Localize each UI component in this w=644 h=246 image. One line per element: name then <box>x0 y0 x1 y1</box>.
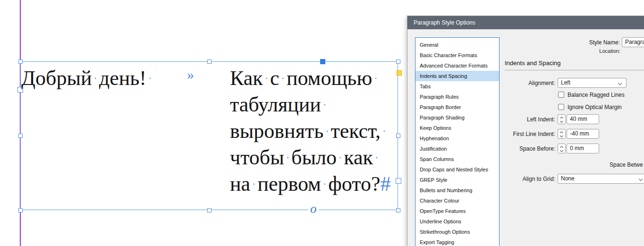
align-to-grid-dropdown[interactable]: None <box>558 174 644 184</box>
space-before-input[interactable]: 0 mm <box>567 144 599 153</box>
left-indent-stepper[interactable] <box>558 114 566 124</box>
section-separator <box>505 70 644 70</box>
sidebar-item-advanced-character-formats[interactable]: Advanced Character Formats <box>415 60 499 71</box>
doc-word: первом <box>257 172 321 195</box>
stepper-down-icon[interactable] <box>560 149 563 152</box>
doc-word: помощью <box>287 67 372 90</box>
stepper-down-icon[interactable] <box>560 119 563 123</box>
first-line-indent-input[interactable]: -40 mm <box>567 129 599 139</box>
doc-word: чтобы <box>230 146 284 169</box>
chevron-down-icon <box>639 177 643 181</box>
text-frame-out-port[interactable] <box>396 178 401 184</box>
hidden-space-dot: · <box>286 152 289 163</box>
space-between-label: Space Betwe <box>610 161 643 169</box>
hidden-space-dot: · <box>382 125 386 137</box>
location-label: Location: <box>563 47 620 55</box>
doc-line-2[interactable]: табуляции· <box>230 92 328 118</box>
stepper-down-icon[interactable] <box>560 134 563 137</box>
doc-word: текст, <box>331 119 381 143</box>
sidebar-item-paragraph-border[interactable]: Paragraph Border <box>415 102 499 112</box>
bottom-edge-o-marker: o <box>308 202 319 216</box>
frame-handle-bottom-middle[interactable] <box>207 208 212 212</box>
sidebar-item-export-tagging[interactable]: Export Tagging <box>415 237 499 246</box>
doc-line-5[interactable]: на·первом·фото?# <box>230 171 390 197</box>
sidebar-item-character-colour[interactable]: Character Colour <box>415 195 499 206</box>
doc-word: на <box>230 172 250 195</box>
doc-word: выровнять <box>230 119 323 143</box>
hidden-space-dot: · <box>339 152 342 163</box>
sidebar-item-underline-options[interactable]: Underline Options <box>415 216 499 227</box>
alignment-label: Alignment: <box>464 79 555 87</box>
sidebar-item-opentype-features[interactable]: OpenType Features <box>415 206 499 216</box>
hidden-space-dot: · <box>375 152 378 163</box>
sidebar-item-basic-character-formats[interactable]: Basic Character Formats <box>415 50 499 60</box>
hidden-space-dot: · <box>281 72 285 84</box>
align-to-grid-value: None <box>561 175 575 182</box>
frame-handle-middle-left[interactable] <box>18 134 23 138</box>
hidden-space-dot: · <box>252 178 255 190</box>
doc-line-3[interactable]: выровнять·текст,· <box>230 118 388 144</box>
space-before-label: Space Before: <box>464 145 555 153</box>
space-before-stepper[interactable] <box>558 144 566 153</box>
sidebar-item-drop-caps-and-nested-styles[interactable]: Drop Caps and Nested Styles <box>415 164 499 175</box>
doc-word: табуляции <box>230 93 321 116</box>
ignore-optical-margin-label: Ignore Optical Margin <box>568 103 622 111</box>
dialog-titlebar[interactable]: Paragraph Style Options <box>407 16 644 29</box>
chevron-down-icon <box>618 81 622 85</box>
left-indent-label: Left Indent: <box>464 116 555 123</box>
sidebar-item-span-columns[interactable]: Span Columns <box>415 154 499 164</box>
left-indent-input[interactable]: 40 mm <box>567 114 599 124</box>
doc-word: с <box>270 67 280 90</box>
style-name-label: Style Name: <box>525 39 620 46</box>
doc-word: было <box>291 146 337 169</box>
sidebar-item-general[interactable]: General <box>415 40 499 50</box>
doc-line-1[interactable]: Как·с·помощью· <box>230 65 380 92</box>
frame-handle-bottom-right[interactable] <box>396 208 400 212</box>
doc-word: фото? <box>328 172 380 195</box>
dialog-title: Paragraph Style Options <box>414 19 475 26</box>
hidden-space-dot: · <box>325 125 329 137</box>
frame-handle-top-middle[interactable] <box>207 59 212 64</box>
sidebar-item-bullets-and-numbering[interactable]: Bullets and Numbering <box>415 185 499 195</box>
end-of-story-marker: # <box>380 172 390 195</box>
indesign-workspace: Добрый·день!· » Как·с·помощью·табуляции·… <box>0 0 644 246</box>
sidebar-item-paragraph-rules[interactable]: Paragraph Rules <box>415 92 499 102</box>
alignment-value: Left <box>561 79 570 86</box>
tab-hidden-character: » <box>187 67 194 83</box>
alignment-dropdown[interactable]: Left <box>558 78 627 88</box>
frame-handle-top-left[interactable] <box>18 59 23 64</box>
frame-handle-top-right[interactable] <box>396 59 400 64</box>
live-corner-widget[interactable] <box>397 70 402 76</box>
frame-handle-bottom-left[interactable] <box>18 208 23 212</box>
hidden-space-dot: · <box>94 72 97 84</box>
hidden-space-dot: · <box>323 178 326 190</box>
balance-ragged-lines-checkbox[interactable] <box>558 92 564 98</box>
dialog-sidebar-list: GeneralBasic Character FormatsAdvanced C… <box>415 37 500 246</box>
hidden-space-dot: · <box>148 72 152 84</box>
doc-word: день! <box>99 67 146 90</box>
anchored-object-adornment[interactable] <box>320 59 325 64</box>
paragraph-style-options-dialog: Paragraph Style Options GeneralBasic Cha… <box>407 16 644 246</box>
sidebar-item-strikethrough-options[interactable]: Strikethrough Options <box>415 227 499 237</box>
first-line-indent-label: First Line Indent: <box>464 130 555 138</box>
align-to-grid-label: Align to Grid: <box>464 175 555 183</box>
balance-ragged-lines-label: Balance Ragged Lines <box>568 91 625 99</box>
doc-word: Добрый <box>21 67 92 90</box>
frame-handle-middle-right[interactable] <box>396 134 400 138</box>
hidden-space-dot: · <box>323 99 326 110</box>
ignore-optical-margin-checkbox[interactable] <box>558 104 564 110</box>
doc-word: как <box>344 146 373 169</box>
doc-line-4[interactable]: чтобы·было·как· <box>230 144 380 171</box>
section-heading: Indents and Spacing <box>505 59 561 67</box>
style-name-input[interactable]: Paragrap <box>622 37 644 47</box>
hidden-space-dot: · <box>265 72 268 84</box>
doc-word: Как <box>230 67 263 90</box>
hidden-space-dot: · <box>374 72 377 84</box>
first-line-indent-stepper[interactable] <box>558 129 566 139</box>
doc-line-intro[interactable]: Добрый·день!· <box>21 65 153 92</box>
